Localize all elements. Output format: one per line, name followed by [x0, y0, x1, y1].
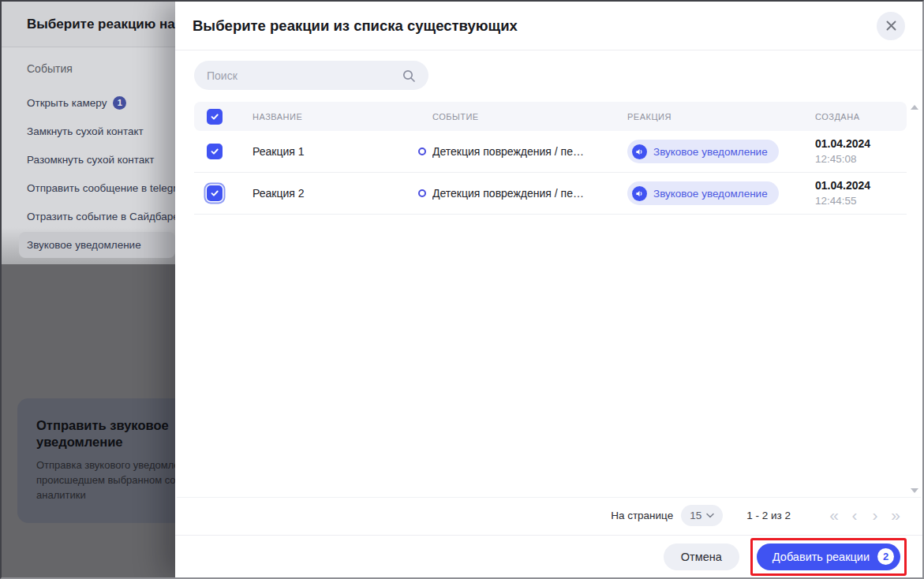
selected-count-badge: 2	[877, 548, 894, 565]
col-event: СОБЫТИЕ	[418, 112, 627, 121]
event-item-telegram[interactable]: Отправить сообщение в telegram	[2, 174, 175, 202]
per-page-value: 15	[690, 510, 701, 521]
created-date: 01.04.2024	[815, 178, 907, 193]
cancel-button[interactable]: Отмена	[664, 544, 739, 570]
check-icon	[210, 147, 219, 156]
event-type-icon	[418, 148, 426, 155]
created-cell: 01.04.2024 12:45:08	[815, 136, 907, 166]
page-range: 1 - 2 из 2	[746, 510, 791, 521]
reaction-label: Звуковое уведомление	[653, 146, 768, 158]
speaker-icon	[632, 186, 647, 201]
event-item-label: Звуковое уведомление	[27, 239, 141, 251]
reaction-cell: Звуковое уведомление	[627, 140, 815, 163]
event-item-label: Открыть камеру	[27, 97, 107, 109]
table-row[interactable]: Реакция 1 Детекция повреждения / пе… Зву…	[194, 131, 907, 173]
event-name: Детекция повреждения / пе…	[432, 145, 584, 158]
modal-title: Выберите реакции из списка существующих	[193, 17, 518, 35]
select-all-checkbox[interactable]	[207, 109, 223, 125]
event-item-sound-notification[interactable]: Звуковое уведомление	[19, 232, 175, 258]
table-header: НАЗВАНИЕ СОБЫТИЕ РЕАКЦИЯ СОЗДАНА	[194, 102, 907, 131]
red-annotation-box: Добавить реакции 2	[750, 538, 907, 576]
event-cell: Детекция повреждения / пе…	[418, 187, 627, 200]
created-time: 12:44:55	[815, 193, 907, 208]
events-list: Открыть камеру 1 Замкнуть сухой контакт …	[2, 88, 175, 258]
scrollbar-up-arrow[interactable]	[911, 105, 918, 110]
row-checkbox[interactable]	[207, 185, 223, 201]
col-created: СОЗДАНА	[815, 112, 907, 121]
close-button[interactable]	[877, 12, 905, 40]
first-page-button[interactable]: «	[824, 507, 844, 523]
reaction-name: Реакция 1	[245, 145, 418, 158]
col-name: НАЗВАНИЕ	[245, 112, 418, 121]
event-item-label: Отразить событие в Сайдбаре	[27, 211, 175, 222]
event-name: Детекция повреждения / пе…	[432, 187, 584, 200]
event-item-label: Отправить сообщение в telegram	[27, 182, 175, 194]
event-item-open-contact[interactable]: Разомкнуть сухой контакт	[2, 145, 175, 174]
search-input[interactable]	[207, 69, 402, 82]
reaction-name: Реакция 2	[245, 187, 418, 200]
divider	[177, 497, 921, 498]
scrollbar-down-arrow[interactable]	[911, 488, 918, 493]
prev-page-button[interactable]: ‹	[844, 507, 865, 523]
next-page-button[interactable]: ›	[865, 507, 885, 523]
created-date: 01.04.2024	[815, 136, 907, 151]
last-page-button[interactable]: »	[885, 507, 906, 523]
reaction-badge: Звуковое уведомление	[627, 140, 779, 163]
pagination: На странице 15 1 - 2 из 2 « ‹ › »	[611, 501, 906, 529]
event-item-sidebar[interactable]: Отразить событие в Сайдбаре	[2, 202, 175, 230]
col-reaction: РЕАКЦИЯ	[627, 112, 815, 121]
events-modal-panel: Выберите реакцию на события События Откр…	[2, 2, 175, 264]
select-reactions-modal: Выберите реакции из списка существующих …	[175, 2, 922, 577]
event-item-close-contact[interactable]: Замкнуть сухой контакт	[2, 117, 175, 145]
per-page-select[interactable]: 15	[681, 505, 723, 526]
add-reactions-label: Добавить реакции	[772, 551, 870, 563]
event-item-open-camera[interactable]: Открыть камеру 1	[2, 88, 175, 117]
event-item-label: Разомкнуть сухой контакт	[27, 154, 155, 166]
search-icon	[402, 69, 416, 83]
table-row[interactable]: Реакция 2 Детекция повреждения / пе… Зву…	[194, 173, 907, 215]
per-page-label: На странице	[611, 510, 673, 521]
events-modal-header: Выберите реакцию на события	[2, 2, 175, 47]
events-section-label: События	[27, 62, 73, 75]
chevron-down-icon	[706, 513, 714, 518]
row-checkbox[interactable]	[207, 144, 223, 159]
event-item-label: Замкнуть сухой контакт	[27, 125, 144, 137]
event-type-icon	[418, 189, 426, 197]
pagination-nav: « ‹ › »	[824, 507, 906, 523]
events-modal-title: Выберите реакцию на события	[27, 17, 175, 32]
search-box[interactable]	[194, 61, 428, 90]
modal-footer: Отмена Добавить реакции 2	[175, 535, 922, 577]
event-cell: Детекция повреждения / пе…	[418, 145, 627, 158]
close-icon	[885, 20, 897, 32]
check-icon	[210, 112, 219, 121]
check-icon	[210, 189, 219, 198]
modal-header: Выберите реакции из списка существующих	[175, 2, 922, 50]
reaction-badge: Звуковое уведомление	[627, 181, 779, 205]
created-cell: 01.04.2024 12:44:55	[815, 178, 907, 208]
add-reactions-button[interactable]: Добавить реакции 2	[757, 544, 900, 570]
speaker-icon	[632, 144, 647, 159]
reaction-cell: Звуковое уведомление	[627, 181, 815, 205]
screenshot-canvas: Отправить звуковое уведомление Отправка …	[0, 0, 924, 579]
created-time: 12:45:08	[815, 151, 907, 166]
reaction-label: Звуковое уведомление	[653, 188, 768, 200]
count-badge: 1	[113, 96, 126, 110]
dimmed-background: Отправить звуковое уведомление Отправка …	[2, 2, 175, 577]
